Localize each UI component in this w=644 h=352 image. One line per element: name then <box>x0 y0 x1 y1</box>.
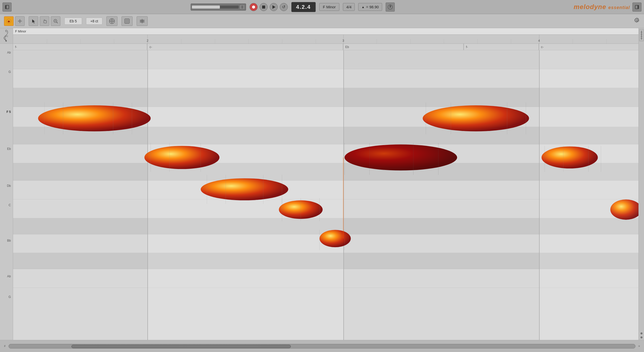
svg-rect-1 <box>5 5 7 9</box>
pitch-label-c: C <box>9 203 11 207</box>
key-strip: f- c- Eb f- c- <box>13 44 638 50</box>
progress-handle[interactable] <box>240 5 245 10</box>
record-button[interactable] <box>250 3 258 11</box>
pitch-label-g: G <box>9 295 11 299</box>
play-button[interactable] <box>270 3 278 11</box>
minor-beat-line <box>316 39 316 43</box>
metronome-button[interactable] <box>386 3 395 12</box>
key-segment-4: f- <box>464 44 539 50</box>
time-marker-2: 2 <box>147 39 148 42</box>
hand-tool[interactable] <box>40 16 49 26</box>
row-d <box>13 163 638 181</box>
window-toggle-left[interactable] <box>3 3 12 12</box>
loop-button[interactable]: ↺ <box>280 3 288 11</box>
key-segment-2: c- <box>147 44 343 50</box>
settings-icon[interactable] <box>634 17 640 25</box>
scroll-thumb[interactable] <box>71 345 291 348</box>
tempo-icon: ▲ <box>361 5 365 9</box>
bottom-scrollbar: # ≡ <box>0 340 644 352</box>
key-label-c2: c- <box>541 45 544 49</box>
pitch-ruler: AbGF 5EbDbCBbAbG <box>0 28 13 340</box>
row-sharp1 <box>13 88 638 107</box>
time-sig-value: 4/4 <box>346 5 351 9</box>
row-b <box>13 218 638 234</box>
clef-area <box>0 28 13 44</box>
minor-beat-line <box>282 39 282 43</box>
row-c <box>13 199 638 218</box>
app-logo: melodyne essential <box>574 3 630 11</box>
window-toggle-right[interactable] <box>632 3 641 12</box>
note-canvas <box>13 50 638 340</box>
scroll-area: F Minor 2 3 4 <box>13 28 638 340</box>
minor-beat-line <box>215 39 215 43</box>
pitch-label-g: G <box>9 70 11 74</box>
tempo-display: ▲ = 98.90 <box>358 3 382 11</box>
svg-rect-2 <box>242 6 242 9</box>
transport-controls: ↺ <box>250 3 288 11</box>
row-eb <box>13 144 638 163</box>
svg-line-16 <box>57 22 58 23</box>
pitch-label-eb: Eb <box>7 147 11 151</box>
minor-beat-line <box>511 39 511 43</box>
minor-beat-line <box>477 39 478 43</box>
pitch-move-tool[interactable] <box>106 16 117 26</box>
key-segment-5: c- <box>539 44 638 50</box>
tool-group-edit <box>4 16 25 26</box>
main-content: AbGF 5EbDbCBbAbG F Minor 2 3 4 <box>0 28 644 340</box>
scroll-left-arrow[interactable]: # <box>3 344 7 348</box>
key-display[interactable]: F Minor <box>319 3 340 11</box>
tool-group-select <box>29 16 60 26</box>
settings-tool[interactable] <box>15 16 25 26</box>
record-icon <box>252 6 255 9</box>
instrument-tool[interactable] <box>4 16 14 26</box>
minor-beat-line <box>47 39 47 43</box>
stop-icon <box>262 6 265 9</box>
row-e <box>13 127 638 144</box>
svg-point-10 <box>7 19 11 23</box>
time-marker-3: 3 <box>342 39 344 42</box>
svg-point-32 <box>5 40 7 41</box>
play-icon <box>272 5 275 9</box>
amplitude-tool[interactable] <box>137 16 148 26</box>
row-ab-bot <box>13 269 638 288</box>
tempo-value: = 98.90 <box>366 5 379 9</box>
progress-bar[interactable] <box>191 4 246 11</box>
minor-beat-line <box>410 39 411 43</box>
formant-tool[interactable] <box>122 16 133 26</box>
pitch-label-ab: Ab <box>7 275 11 278</box>
key-value: F Minor <box>323 5 336 9</box>
key-info-label: F Minor <box>15 29 26 33</box>
scroll-right-arrow[interactable]: ≡ <box>637 344 641 348</box>
stop-button[interactable] <box>260 3 268 11</box>
right-controls <box>638 28 644 340</box>
minor-beat-line <box>80 39 80 43</box>
top-bar-left <box>3 3 12 12</box>
row-db <box>13 181 638 199</box>
time-signature: 4/4 <box>343 3 355 11</box>
top-bar: ↺ 4.2.4 F Minor 4/4 ▲ = 98.90 melodyne e… <box>0 0 644 14</box>
row-f5 <box>13 107 638 127</box>
top-bar-center: ↺ 4.2.4 F Minor 4/4 ▲ = 98.90 <box>191 2 395 12</box>
key-segment-3: Eb <box>343 44 464 50</box>
chord-strip-toggle[interactable] <box>639 29 644 41</box>
row-bb <box>13 234 638 253</box>
scroll-dot-top <box>640 332 642 334</box>
minor-beat-line <box>181 39 181 43</box>
svg-rect-22 <box>125 19 129 23</box>
pitch-label-bb: Bb <box>7 239 11 242</box>
minor-beat-line <box>573 39 573 43</box>
pitch-display: Eb 5 <box>64 18 82 25</box>
key-label-c1: c- <box>149 45 152 49</box>
row-g <box>13 69 638 88</box>
pitch-value: Eb 5 <box>70 19 77 23</box>
zoom-tool[interactable] <box>51 16 60 26</box>
svg-rect-3 <box>243 6 243 9</box>
scroll-track[interactable] <box>9 344 635 348</box>
svg-point-11 <box>8 21 9 22</box>
toolbar: Eb 5 +8 ct <box>0 14 644 28</box>
select-tool[interactable] <box>29 16 38 26</box>
progress-track <box>192 6 239 9</box>
minor-beat-line <box>444 39 444 43</box>
pitch-labels: AbGF 5EbDbCBbAbG <box>0 44 13 340</box>
key-label-f2: f- <box>466 45 468 49</box>
